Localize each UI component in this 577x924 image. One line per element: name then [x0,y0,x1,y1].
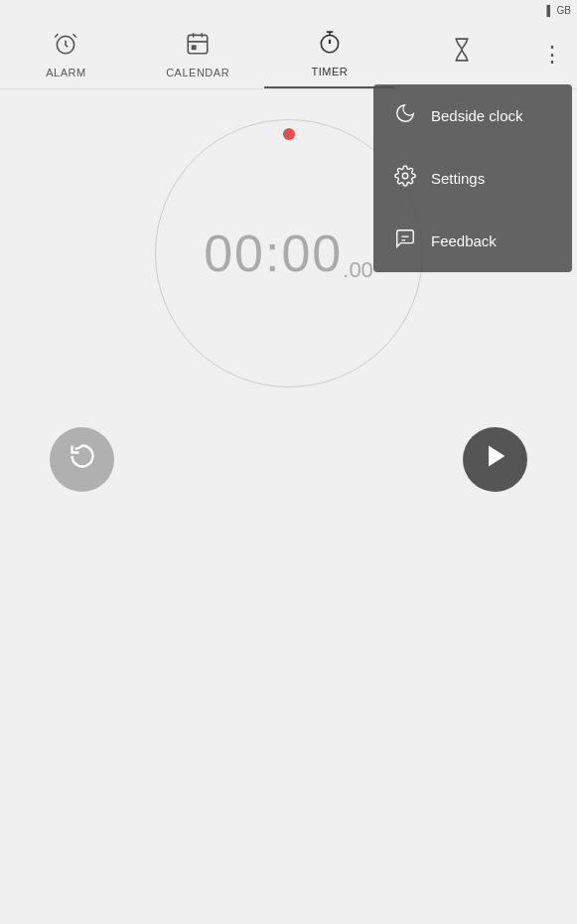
menu-item-bedside-clock[interactable]: Bedside clock [373,84,572,147]
tab-alarm[interactable]: ALARM [0,20,132,88]
alarm-icon [53,31,78,63]
gear-icon [393,165,417,192]
controls [0,427,577,492]
alarm-label: ALARM [46,67,85,78]
reset-icon [69,442,96,477]
svg-point-3 [321,35,338,52]
chat-icon [393,228,417,254]
play-button[interactable] [463,427,527,492]
timer-icon [317,30,343,62]
more-icon: ⋮ [541,42,563,68]
tab-hourglass[interactable] [395,20,527,88]
battery-label: GB [557,5,571,16]
calendar-label: CALENDAR [166,67,229,78]
svg-rect-2 [193,46,196,49]
bedside-clock-label: Bedside clock [431,107,523,124]
calendar-icon [185,31,211,63]
dropdown-menu: Bedside clock Settings Feedback [373,84,572,272]
menu-item-settings[interactable]: Settings [373,147,572,210]
timer-label: TIMER [312,66,349,77]
tab-calendar[interactable]: CALENDAR [132,20,264,88]
tab-timer[interactable]: TIMER [264,20,396,88]
moon-icon [393,102,417,129]
status-bar: ▌ GB [498,0,577,20]
timer-display: 00:00.00 [204,224,373,283]
svg-rect-1 [188,35,208,53]
hourglass-icon [449,37,475,69]
nav-bar: ALARM CALENDAR TIMER [0,20,577,89]
settings-label: Settings [431,170,485,187]
timer-ms: .00 [343,257,373,282]
timer-time: 00:00 [204,225,343,282]
signal-icon: ▌ [546,5,553,16]
svg-marker-4 [489,446,505,467]
timer-dot [283,128,295,140]
feedback-label: Feedback [431,232,497,249]
more-button[interactable]: ⋮ [527,20,577,88]
svg-point-5 [402,173,408,179]
reset-button[interactable] [50,427,114,492]
play-icon [482,442,509,477]
menu-item-feedback[interactable]: Feedback [373,210,572,272]
